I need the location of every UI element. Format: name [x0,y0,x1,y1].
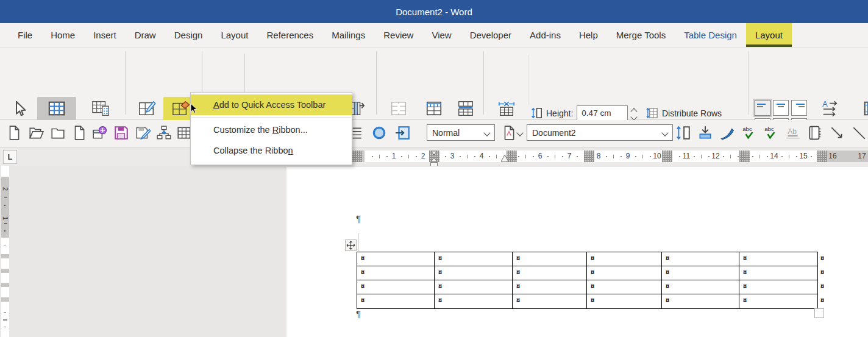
tab-view[interactable]: View [422,23,460,47]
tab-stop-selector[interactable]: L [3,150,17,164]
ruler-tick [796,156,797,157]
tab-help[interactable]: Help [570,23,607,47]
tab-review[interactable]: Review [374,23,422,47]
tab-draw[interactable]: Draw [126,23,165,47]
notebook-icon[interactable] [807,125,823,141]
tab-add-ins[interactable]: Add-ins [521,23,570,47]
tab-references[interactable]: References [257,23,322,47]
spelling-check-icon[interactable]: abc [741,125,757,141]
chevron-down-icon[interactable] [516,129,523,136]
table-cell[interactable]: ¤ [739,280,817,294]
table-cell[interactable]: ¤ [435,280,513,294]
table-cell[interactable]: ¤ [662,294,739,308]
table-cell[interactable]: ¤ [435,266,513,280]
table-cell[interactable]: ¤ [587,266,662,280]
end-of-cell-mark: ¤ [591,282,594,289]
table-cell[interactable]: ¤ [513,266,587,280]
align-line [796,104,805,105]
circle-shape-icon[interactable] [371,125,387,141]
save-edit-icon[interactable] [135,125,151,141]
tab-insert[interactable]: Insert [84,23,126,47]
table-cell[interactable]: ¤ [739,266,817,280]
tab-layout[interactable]: Layout [746,23,792,47]
ruler-tick [401,156,402,157]
table-cell[interactable]: ¤ [587,252,662,266]
align-top-right-button[interactable] [791,100,807,116]
tab-table-design[interactable]: Table Design [675,23,746,47]
table-cell[interactable]: ¤ [587,280,662,294]
table-column-marker[interactable] [662,151,672,162]
ruler-tick [679,156,680,157]
hanging-indent-marker[interactable] [500,154,509,162]
underline-ab-icon[interactable]: Ab [785,125,801,141]
align-top-center-button[interactable] [773,100,789,116]
diagonal-line-icon[interactable] [851,125,867,141]
blank-page-icon[interactable] [71,125,87,141]
table-row-marker[interactable] [1,254,9,258]
table-row: ¤¤¤¤¤¤ [357,252,817,266]
table-move-handle[interactable] [345,239,357,251]
tab-layout[interactable]: Layout [212,23,257,47]
table-cell[interactable]: ¤ [662,280,739,294]
document-dropdown[interactable]: Document2 [527,124,673,141]
insert-frame-icon[interactable] [697,125,713,141]
distribute-rows-icon [646,107,659,119]
tab-file[interactable]: File [9,23,41,47]
table-column-marker[interactable] [739,151,750,162]
org-chart-icon[interactable] [156,125,172,141]
table-cell[interactable]: ¤ [662,266,739,280]
table-cell[interactable]: ¤ [513,252,587,266]
document-template-icon[interactable] [501,125,517,141]
table-cell[interactable]: ¤ [357,294,435,308]
vruler-tick [4,312,6,313]
table-cell[interactable]: ¤ [357,280,435,294]
table-cell[interactable]: ¤ [435,294,513,308]
menu-item-add-to-quick-access-toolbar[interactable]: Add to Quick Access Toolbar [191,94,352,115]
spelling-grammar-check-icon[interactable]: abc [763,125,779,141]
table-resize-handle[interactable] [814,308,824,318]
package-icon[interactable] [91,125,107,141]
new-document-icon[interactable] [6,125,22,141]
vruler-number: 2 [2,185,9,193]
height-spinner[interactable] [631,107,636,119]
table-cell[interactable]: ¤ [587,294,662,308]
ink-pen-icon[interactable] [719,125,735,141]
table-cell[interactable]: ¤ [435,252,513,266]
tab-stop-symbol: L [8,152,13,161]
table-cell[interactable]: ¤ [513,294,587,308]
table-cell[interactable]: ¤ [357,266,435,280]
save-icon[interactable] [113,125,129,141]
table-cell[interactable]: ¤ [513,280,587,294]
tab-merge-tools[interactable]: Merge Tools [607,23,675,47]
table-column-marker[interactable] [352,151,362,162]
tab-home[interactable]: Home [41,23,84,47]
table-cell[interactable]: ¤ [662,252,739,266]
menu-item-customize-the-ribbon[interactable]: Customize the Ribbon... [191,119,352,140]
menu-item-collapse-the-ribbon[interactable]: Collapse the Ribbon [191,140,352,161]
table-row-marker[interactable] [1,269,9,273]
table-row-marker[interactable] [1,297,9,302]
document-table[interactable]: ¤¤¤¤¤¤¤¤¤¤¤¤¤¤¤¤¤¤¤¤¤¤¤¤ [357,252,818,309]
row-height-icon[interactable] [675,125,691,141]
end-of-cell-mark: ¤ [591,296,594,303]
table-row-marker[interactable] [1,283,9,287]
table-cell[interactable]: ¤ [739,252,817,266]
import-page-icon[interactable] [395,125,411,141]
tab-design[interactable]: Design [165,23,212,47]
vertical-ruler[interactable]: 21 [1,166,9,337]
style-dropdown[interactable]: Normal [427,124,495,141]
ruler-number: 17 [858,152,866,160]
table-column-marker[interactable] [584,151,594,162]
height-input[interactable]: 0.47 cm [577,105,628,121]
table-cell[interactable]: ¤ [357,252,435,266]
folder-icon[interactable] [50,125,66,141]
distribute-rows-button[interactable]: Distribute Rows [646,107,722,119]
table-cell[interactable]: ¤ [739,294,817,308]
tab-developer[interactable]: Developer [461,23,521,47]
diagonal-arrow-icon[interactable] [829,125,845,141]
open-folder-icon[interactable] [28,125,44,141]
align-top-left-button[interactable] [755,100,770,116]
table-column-marker[interactable] [817,151,827,162]
tab-mailings[interactable]: Mailings [322,23,374,47]
indent-markers[interactable] [430,151,438,162]
